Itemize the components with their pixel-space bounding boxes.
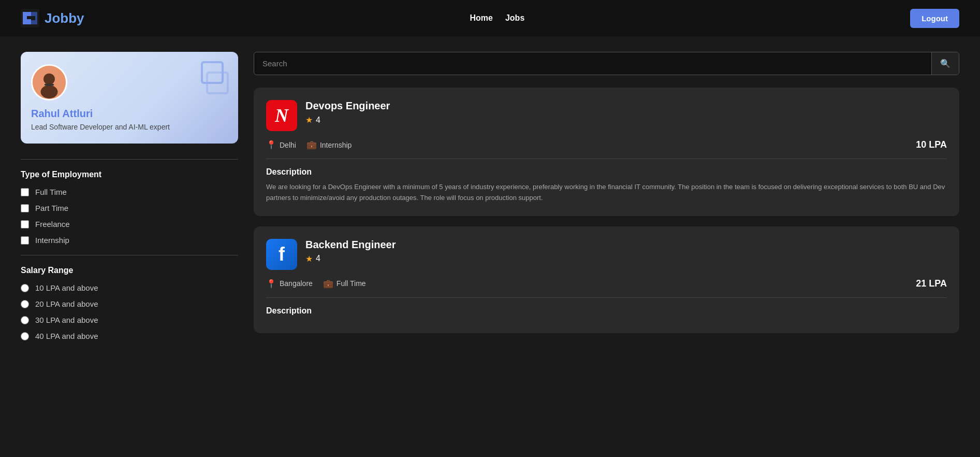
- salary-facebook: 21 LPA: [916, 278, 947, 289]
- location-icon-fb: 📍: [266, 279, 276, 289]
- job-rating-netflix: ★ 4: [305, 115, 947, 125]
- employment-parttime-label: Part Time: [35, 204, 68, 212]
- jobby-logo-icon: [21, 9, 39, 27]
- employment-freelance[interactable]: Freelance: [21, 220, 238, 228]
- job-card-netflix: N Devops Engineer ★ 4 📍 Delhi 💼: [254, 88, 959, 216]
- salary-40lpa[interactable]: 40 LPA and above: [21, 332, 238, 340]
- job-title-facebook: Backend Engineer: [305, 239, 947, 251]
- job-meta-netflix: 📍 Delhi 💼 Internship 10 LPA: [266, 139, 947, 150]
- type-tag-netflix: 💼 Internship: [306, 140, 352, 150]
- employment-fulltime-label: Full Time: [35, 188, 67, 196]
- checkbox-internship[interactable]: [21, 236, 29, 245]
- nav-home[interactable]: Home: [470, 13, 492, 23]
- location-tag-facebook: 📍 Bangalore: [266, 279, 313, 289]
- employment-freelance-label: Freelance: [35, 220, 70, 228]
- salary-section-title: Salary Range: [21, 266, 238, 275]
- employment-internship-label: Internship: [35, 236, 69, 245]
- type-text-netflix: Internship: [320, 141, 352, 149]
- salary-20lpa[interactable]: 20 LPA and above: [21, 299, 238, 308]
- sidebar-divider-1: [21, 159, 238, 160]
- job-info-netflix: Devops Engineer ★ 4: [305, 100, 947, 125]
- job-tags-facebook: 📍 Bangalore 💼 Full Time: [266, 279, 366, 289]
- desc-title-netflix: Description: [266, 167, 947, 177]
- radio-10lpa[interactable]: [21, 284, 29, 292]
- netflix-logo: N: [266, 100, 297, 131]
- facebook-logo: f: [266, 239, 297, 270]
- search-button[interactable]: 🔍: [931, 52, 959, 75]
- salary-filter: Salary Range 10 LPA and above 20 LPA and…: [21, 266, 238, 340]
- svg-point-7: [41, 85, 58, 98]
- sidebar-divider-2: [21, 255, 238, 255]
- salary-netflix: 10 LPA: [916, 139, 947, 150]
- main-layout: Rahul Attluri Lead Software Developer an…: [0, 36, 980, 363]
- job-title-netflix: Devops Engineer: [305, 100, 947, 112]
- job-divider-netflix: [266, 159, 947, 159]
- type-tag-facebook: 💼 Full Time: [323, 279, 366, 289]
- employment-fulltime[interactable]: Full Time: [21, 188, 238, 196]
- job-info-facebook: Backend Engineer ★ 4: [305, 239, 947, 264]
- star-icon: ★: [305, 115, 313, 125]
- radio-30lpa[interactable]: [21, 316, 29, 324]
- job-card-facebook: f Backend Engineer ★ 4 📍 Bangalore: [254, 226, 959, 333]
- profile-bio: Lead Software Developer and AI-ML expert: [31, 123, 228, 131]
- briefcase-icon-fb: 💼: [323, 279, 333, 289]
- avatar: [31, 64, 67, 101]
- search-bar: 🔍: [254, 52, 959, 75]
- location-tag-netflix: 📍 Delhi: [266, 140, 296, 150]
- profile-name: Rahul Attluri: [31, 108, 228, 120]
- profile-card: Rahul Attluri Lead Software Developer an…: [21, 52, 238, 144]
- location-icon: 📍: [266, 140, 276, 150]
- brand-title: Jobby: [45, 10, 84, 26]
- nav-links: Home Jobs: [470, 13, 524, 23]
- rating-value-facebook: 4: [316, 254, 320, 263]
- svg-rect-8: [45, 84, 54, 86]
- sidebar: Rahul Attluri Lead Software Developer an…: [21, 52, 238, 348]
- briefcase-icon: 💼: [306, 140, 317, 150]
- salary-10lpa[interactable]: 10 LPA and above: [21, 283, 238, 292]
- job-rating-facebook: ★ 4: [305, 254, 947, 264]
- salary-30lpa-label: 30 LPA and above: [35, 316, 98, 324]
- employment-parttime[interactable]: Part Time: [21, 204, 238, 212]
- employment-section-title: Type of Employment: [21, 170, 238, 179]
- salary-30lpa[interactable]: 30 LPA and above: [21, 316, 238, 324]
- salary-20lpa-label: 20 LPA and above: [35, 299, 98, 308]
- radio-40lpa[interactable]: [21, 332, 29, 340]
- star-icon-fb: ★: [305, 254, 313, 264]
- desc-title-facebook: Description: [266, 306, 947, 316]
- job-tags-netflix: 📍 Delhi 💼 Internship: [266, 140, 352, 150]
- salary-40lpa-label: 40 LPA and above: [35, 332, 98, 340]
- navbar: Jobby Home Jobs Logout: [0, 0, 980, 36]
- svg-point-6: [43, 74, 55, 85]
- location-text-facebook: Bangalore: [280, 279, 313, 288]
- checkbox-parttime[interactable]: [21, 204, 29, 212]
- job-header-netflix: N Devops Engineer ★ 4: [266, 100, 947, 131]
- search-input[interactable]: [254, 53, 931, 74]
- nav-jobs[interactable]: Jobs: [505, 13, 524, 23]
- profile-card-decoration: [192, 57, 233, 98]
- employment-filter: Type of Employment Full Time Part Time F…: [21, 170, 238, 245]
- job-meta-facebook: 📍 Bangalore 💼 Full Time 21 LPA: [266, 278, 947, 289]
- employment-internship[interactable]: Internship: [21, 236, 238, 245]
- radio-20lpa[interactable]: [21, 300, 29, 308]
- main-content: 🔍 N Devops Engineer ★ 4 📍 De: [254, 52, 959, 348]
- checkbox-fulltime[interactable]: [21, 188, 29, 196]
- location-text-netflix: Delhi: [280, 141, 296, 149]
- logout-button[interactable]: Logout: [910, 9, 959, 28]
- desc-text-netflix: We are looking for a DevOps Engineer wit…: [266, 182, 947, 204]
- job-divider-facebook: [266, 297, 947, 298]
- job-header-facebook: f Backend Engineer ★ 4: [266, 239, 947, 270]
- search-icon: 🔍: [940, 59, 950, 68]
- brand: Jobby: [21, 9, 84, 27]
- checkbox-freelance[interactable]: [21, 220, 29, 228]
- rating-value-netflix: 4: [316, 116, 320, 125]
- type-text-facebook: Full Time: [337, 279, 366, 288]
- salary-10lpa-label: 10 LPA and above: [35, 283, 98, 292]
